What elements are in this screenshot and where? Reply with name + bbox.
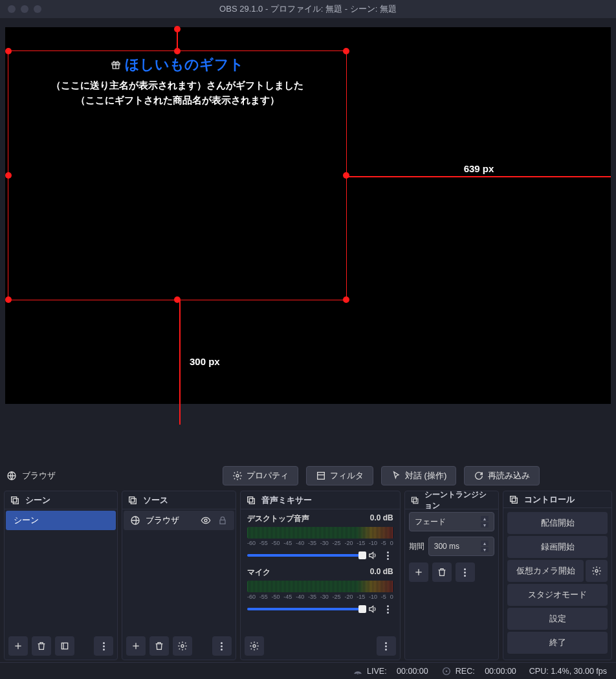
gear-icon — [591, 566, 602, 576]
undock-icon[interactable] — [509, 495, 519, 505]
disc-icon — [441, 666, 452, 676]
preview-area[interactable]: ほしいものギフト （ここに送り主名が表示されます）さんがギフトしました （ここに… — [0, 18, 616, 461]
plus-icon — [13, 641, 23, 651]
gear-icon — [177, 641, 188, 651]
overlay-line1: （ここに送り主名が表示されます）さんがギフトしました — [8, 80, 346, 92]
mixer-ch-db: 0.0 dB — [370, 513, 393, 524]
window-zoom-button[interactable] — [34, 5, 41, 13]
transition-select[interactable]: フェード ▴▾ — [409, 512, 495, 531]
mixer-channel: マイク 0.0 dB -60-55-50-45-40-35-30-25-20-1… — [241, 563, 400, 617]
remove-transition-button[interactable] — [432, 562, 452, 582]
svg-point-4 — [236, 474, 239, 477]
start-streaming-button[interactable]: 配信開始 — [507, 512, 608, 534]
svg-point-23 — [253, 645, 256, 647]
start-virtual-camera-button[interactable]: 仮想カメラ開始 — [507, 560, 584, 582]
resize-handle-e[interactable] — [343, 172, 349, 179]
status-cpu: CPU: 1.4%, 30.00 fps — [529, 667, 607, 676]
volume-slider[interactable] — [247, 554, 362, 557]
status-live: LIVE: 00:00:00 — [353, 666, 428, 676]
mixer-meter — [247, 581, 393, 592]
interact-button[interactable]: 対話 (操作) — [381, 466, 456, 485]
mixer-meter — [247, 527, 393, 539]
remove-source-button[interactable] — [149, 636, 169, 656]
chevron-down-icon[interactable]: ▾ — [481, 547, 489, 552]
filters-button[interactable]: フィルタ — [306, 466, 373, 485]
window-minimize-button[interactable] — [21, 5, 28, 13]
height-label: 300 px — [190, 356, 220, 367]
source-properties-button[interactable] — [173, 636, 192, 656]
eye-icon[interactable] — [201, 515, 211, 526]
trash-icon — [437, 567, 447, 577]
source-item-label: ブラウザ — [146, 515, 179, 526]
undock-icon[interactable] — [246, 495, 256, 506]
sources-title: ソース — [143, 495, 168, 506]
svg-rect-25 — [413, 498, 417, 503]
window-close-button[interactable] — [8, 5, 16, 13]
volume-slider[interactable] — [247, 608, 362, 610]
mixer-menu-button[interactable] — [377, 636, 396, 656]
advanced-audio-button[interactable] — [245, 636, 264, 656]
add-transition-button[interactable] — [409, 562, 428, 582]
mixer-ch-menu[interactable] — [383, 551, 393, 560]
titlebar: OBS 29.1.0 - プロファイル: 無題 - シーン: 無題 — [0, 0, 616, 18]
virtual-camera-settings-button[interactable] — [586, 560, 608, 582]
start-recording-button[interactable]: 録画開始 — [507, 536, 608, 558]
globe-icon — [130, 515, 140, 526]
mixer-ch-name: マイク — [247, 567, 270, 578]
mixer-dock: 音声ミキサー デスクトップ音声 0.0 dB -60-55-50-45-40-3… — [240, 491, 401, 660]
source-menu-button[interactable] — [212, 636, 232, 656]
rotation-stem — [177, 29, 178, 51]
undock-icon[interactable] — [127, 495, 138, 506]
undock-icon[interactable] — [10, 495, 20, 506]
width-guide: 639 px — [347, 176, 611, 177]
svg-rect-24 — [412, 497, 416, 502]
filter-icon — [316, 471, 326, 481]
chevron-down-icon[interactable]: ▾ — [481, 522, 489, 528]
resize-handle-nw[interactable] — [5, 48, 12, 54]
remove-scene-button[interactable] — [32, 636, 51, 656]
resize-handle-ne[interactable] — [343, 48, 349, 54]
preview-canvas[interactable]: ほしいものギフト （ここに送り主名が表示されます）さんがギフトしました （ここに… — [5, 27, 611, 404]
svg-rect-29 — [512, 498, 518, 503]
svg-rect-22 — [249, 498, 254, 504]
transitions-dock: シーントランジション フェード ▴▾ 期間 300 ms ▴▾ — [404, 491, 500, 660]
speaker-icon[interactable] — [368, 604, 378, 614]
transition-properties-button[interactable] — [456, 562, 475, 582]
refresh-button[interactable]: 再読み込み — [464, 466, 540, 485]
svg-rect-14 — [131, 498, 137, 504]
mixer-ticks: -60-55-50-45-40-35-30-25-20-15-10-50 — [247, 540, 393, 546]
properties-button[interactable]: プロパティ — [223, 466, 298, 485]
pointer-icon — [391, 471, 401, 481]
status-bar: LIVE: 00:00:00 REC: 00:00:00 CPU: 1.4%, … — [0, 662, 616, 679]
scenes-dock: シーン シーン — [4, 491, 118, 660]
selection-box[interactable]: ほしいものギフト （ここに送り主名が表示されます）さんがギフトしました （ここに… — [8, 50, 347, 300]
add-source-button[interactable] — [126, 636, 146, 656]
scene-menu-button[interactable] — [94, 636, 113, 656]
svg-rect-11 — [61, 643, 67, 649]
refresh-icon — [474, 471, 484, 481]
svg-rect-7 — [12, 496, 17, 502]
width-label: 639 px — [464, 163, 494, 174]
exit-button[interactable]: 終了 — [507, 632, 608, 654]
height-guide: 300 px — [179, 300, 181, 425]
duration-input[interactable]: 300 ms ▴▾ — [428, 537, 495, 556]
status-rec: REC: 00:00:00 — [441, 666, 516, 676]
settings-button[interactable]: 設定 — [507, 608, 608, 630]
resize-handle-se[interactable] — [343, 296, 349, 303]
chevron-up-icon[interactable]: ▴ — [481, 516, 489, 521]
scene-filter-button[interactable] — [55, 636, 74, 656]
resize-handle-w[interactable] — [5, 172, 12, 179]
scene-item[interactable]: シーン — [6, 511, 116, 530]
gear-icon — [232, 471, 243, 481]
speaker-icon[interactable] — [368, 550, 378, 561]
mixer-ch-menu[interactable] — [383, 605, 393, 614]
studio-mode-button[interactable]: スタジオモード — [507, 584, 608, 606]
mixer-channel: デスクトップ音声 0.0 dB -60-55-50-45-40-35-30-25… — [241, 509, 400, 563]
lock-icon[interactable] — [217, 515, 228, 526]
add-scene-button[interactable] — [8, 636, 28, 656]
source-item[interactable]: ブラウザ — [124, 511, 234, 530]
resize-handle-sw[interactable] — [5, 296, 12, 303]
undock-icon[interactable] — [410, 495, 419, 506]
rotation-handle[interactable] — [174, 26, 181, 32]
chevron-up-icon[interactable]: ▴ — [481, 540, 489, 546]
